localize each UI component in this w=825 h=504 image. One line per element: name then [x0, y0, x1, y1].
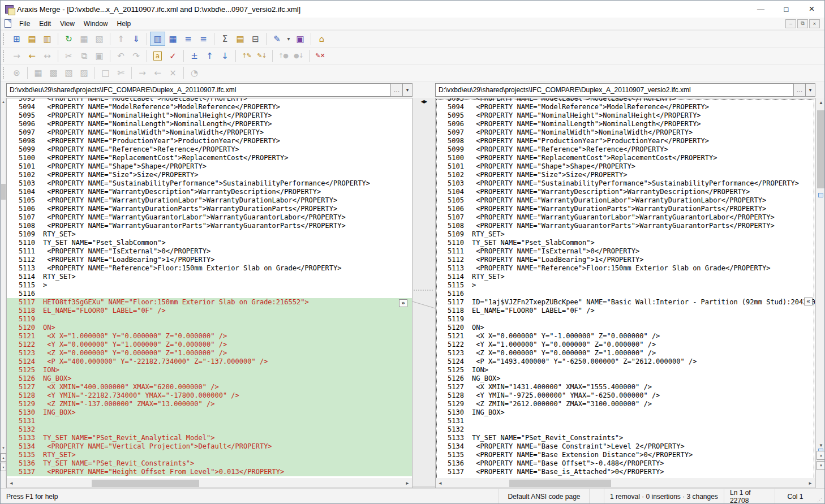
first-change-icon[interactable]: ⇑: [113, 32, 128, 46]
code-line[interactable]: 5120ON>: [7, 324, 412, 332]
code-line[interactable]: 5122 <Y X="0.000000" Y="1.000000" Z="0.0…: [7, 341, 412, 349]
mdi-minimize-button[interactable]: –: [785, 19, 796, 28]
scroll-right-icon[interactable]: ►: [806, 479, 815, 488]
code-line[interactable]: 5110TY_SET NAME="Pset_SlabCommon">: [436, 239, 815, 247]
code-line[interactable]: 5104 <PROPERTY NAME="WarrantyDescription…: [7, 188, 412, 196]
save-all-icon[interactable]: ▧: [92, 32, 107, 46]
toolbar-grip-icon[interactable]: [3, 67, 6, 79]
help-book-icon[interactable]: ▣: [293, 32, 308, 46]
copy-icon[interactable]: ⧉: [76, 49, 92, 63]
code-line[interactable]: 5099 <PROPERTY NAME="Reference">Referenc…: [436, 145, 815, 154]
new-comparison-icon[interactable]: ⊞: [9, 32, 24, 46]
previous-change-strip-button[interactable]: ▲: [1, 453, 6, 462]
code-line[interactable]: 5093 <PROPERTY NAME="ModelLabel">ModelLa…: [436, 98, 815, 103]
previous-bookmark-icon[interactable]: ↑●: [276, 49, 291, 63]
resize-grip-icon[interactable]: ⋰: [815, 489, 824, 504]
menu-help[interactable]: Help: [113, 19, 136, 29]
code-line[interactable]: 5121 <X X="0.000000" Y="-1.000000" Z="0.…: [436, 332, 815, 341]
redo-icon[interactable]: ↷: [128, 49, 144, 63]
code-line[interactable]: 5108 <PROPERTY NAME="WarrantyGuarantorPa…: [7, 222, 412, 230]
code-line[interactable]: 5116: [7, 290, 412, 298]
toolbar-grip-icon[interactable]: [3, 50, 6, 62]
next-edit-icon[interactable]: ✎↓: [254, 49, 269, 63]
code-line[interactable]: 5119: [436, 315, 815, 324]
right-horizontal-scrollbar[interactable]: ◄ ►: [436, 479, 815, 488]
home-icon[interactable]: ⌂: [314, 32, 329, 46]
code-line[interactable]: 5118EL_NAME="FLOOR0" LABEL="0F" />: [436, 307, 815, 315]
code-line[interactable]: 5096 <PROPERTY NAME="NominalLength">Nomi…: [7, 120, 412, 128]
left-browse-button[interactable]: …: [390, 83, 403, 97]
right-browse-button[interactable]: …: [793, 83, 806, 97]
code-line[interactable]: 5136TY_SET NAME="PSet_Revit_Constraints"…: [7, 459, 412, 468]
code-line[interactable]: 5123 <Z X="0.000000" Y="0.000000" Z="1.0…: [436, 349, 815, 357]
undo-icon[interactable]: ↶: [113, 49, 128, 63]
copy-all-left-icon[interactable]: ←: [24, 49, 40, 63]
right-scrollbar-thumb[interactable]: [817, 110, 825, 188]
minimize-button[interactable]: —: [748, 1, 774, 18]
code-line[interactable]: 5101 <PROPERTY NAME="Shape">Shape</PROPE…: [436, 162, 815, 171]
previous-change-strip-button[interactable]: ▲: [817, 451, 825, 460]
line-overflow-left-icon[interactable]: «: [804, 298, 813, 305]
code-line[interactable]: 5137 <PROPERTY NAME="Height Offset From …: [7, 468, 412, 476]
code-line[interactable]: 5115>: [436, 281, 815, 290]
layout-three-way-icon[interactable]: ▦: [165, 32, 181, 46]
previous-edit-icon[interactable]: ↑✎: [239, 49, 254, 63]
code-line[interactable]: 5124 <P X="400.000000" Y="-22182.734000"…: [7, 357, 412, 366]
code-line[interactable]: 5125ION>: [436, 366, 815, 374]
code-line[interactable]: 5102 <PROPERTY NAME="Size">Size</PROPERT…: [7, 171, 412, 179]
scroll-left-icon[interactable]: ◄: [7, 479, 16, 488]
align-manually-icon[interactable]: ▧: [61, 66, 76, 80]
left-horizontal-scrollbar[interactable]: ◄ ►: [7, 479, 412, 488]
layout-horizontal-alt-icon[interactable]: ≡: [196, 32, 211, 46]
code-line[interactable]: 5116: [436, 290, 815, 298]
code-line[interactable]: 5118EL_NAME="FLOOR0" LABEL="0F" />: [7, 307, 412, 315]
right-path-input[interactable]: [435, 83, 793, 97]
code-line[interactable]: 5124 <P X="1493.400000" Y="-6250.000000"…: [436, 357, 815, 366]
close-button[interactable]: ×: [799, 1, 824, 18]
paste-icon[interactable]: ▣: [92, 49, 107, 63]
code-line[interactable]: 5107 <PROPERTY NAME="WarrantyGuarantorLa…: [7, 213, 412, 222]
next-change-icon[interactable]: ↓: [217, 49, 233, 63]
code-line[interactable]: 5135 <PROPERTY NAME="Base Extension Dist…: [436, 451, 815, 459]
change-location-marker[interactable]: [818, 193, 823, 197]
open-recent-icon[interactable]: ▥: [40, 32, 55, 46]
left-path-input[interactable]: [6, 83, 390, 97]
code-line[interactable]: 5107 <PROPERTY NAME="WarrantyGuarantorLa…: [436, 213, 815, 222]
layout-horizontal-icon[interactable]: ≡: [181, 32, 196, 46]
change-numbers-icon[interactable]: ±: [187, 49, 202, 63]
realign-icon[interactable]: ▨: [76, 66, 92, 80]
link-lines-icon[interactable]: ▦: [31, 66, 46, 80]
code-line[interactable]: 5126NG_BOX>: [7, 374, 412, 383]
merge-both-icon[interactable]: ↔: [40, 49, 55, 63]
options-dropdown-icon[interactable]: ▾: [285, 32, 293, 46]
report-icon[interactable]: ▤: [233, 32, 248, 46]
cut-icon[interactable]: ✂: [61, 49, 76, 63]
code-line[interactable]: 5114RTY_SET>: [436, 273, 815, 281]
code-line[interactable]: 5104 <PROPERTY NAME="WarrantyDescription…: [436, 188, 815, 196]
scroll-up-icon[interactable]: ▲: [1, 98, 6, 106]
left-path-dropdown-icon[interactable]: ▾: [403, 83, 412, 97]
code-line[interactable]: 5119: [7, 315, 412, 324]
new-document-icon[interactable]: □: [98, 66, 113, 80]
scroll-right-icon[interactable]: ►: [403, 479, 412, 488]
code-line[interactable]: 5094 <PROPERTY NAME="ModelReference">Mod…: [436, 103, 815, 111]
print-icon[interactable]: ⊟: [248, 32, 263, 46]
scroll-down-icon[interactable]: ▼: [1, 444, 6, 452]
versions-icon[interactable]: ◔: [187, 66, 202, 80]
copy-file-right-icon[interactable]: →: [135, 66, 150, 80]
right-scrollbar[interactable]: ▲ ▼ ▲ ▼: [815, 98, 825, 488]
code-line[interactable]: 5113 <PROPERTY NAME="Reference">Floor:15…: [436, 264, 815, 273]
code-line[interactable]: 5109RTY_SET>: [7, 230, 412, 239]
code-line[interactable]: 5136 <PROPERTY NAME="Base Offset">-0.488…: [436, 459, 815, 468]
font-options-icon[interactable]: a: [150, 49, 165, 63]
code-line[interactable]: 5127 <X XMIN="400.000000" XMAX="6200.000…: [7, 383, 412, 391]
code-line[interactable]: 5132: [7, 425, 412, 434]
code-line[interactable]: 5127 <X XMIN="1431.400000" XMAX="1555.40…: [436, 383, 815, 391]
left-hscrollbar-thumb[interactable]: [92, 480, 199, 487]
next-bookmark-icon[interactable]: ●↓: [291, 49, 306, 63]
code-line[interactable]: 5097 <PROPERTY NAME="NominalWidth">Nomin…: [7, 128, 412, 137]
code-line[interactable]: 5110TY_SET NAME="Pset_SlabCommon">: [7, 239, 412, 247]
code-line[interactable]: 5093 <PROPERTY NAME="ModelLabel">ModelLa…: [7, 98, 412, 103]
code-line[interactable]: 5096 <PROPERTY NAME="NominalLength">Nomi…: [436, 120, 815, 128]
code-line[interactable]: 5131: [7, 417, 412, 425]
